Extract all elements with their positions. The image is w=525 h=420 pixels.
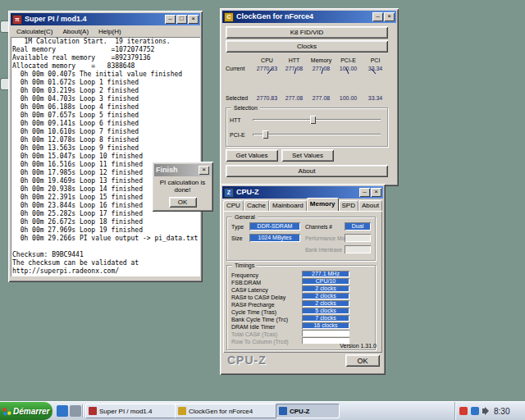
close-icon[interactable] [188,15,199,24]
system-tray: 8:30 [454,402,525,420]
timings-group-label: Timings [232,262,257,269]
pcie-slider-thumb[interactable] [262,130,268,139]
htt-slider[interactable] [253,115,381,125]
close-icon[interactable] [384,12,395,21]
bank-interleave-value [345,245,371,253]
timing-label: CAS# Latency [231,286,268,294]
taskbar-button-superpi[interactable]: Super PI / mod1.4 [85,404,179,418]
current-row: Current 2770.83 277.08 277.08 100.00 33.… [226,66,393,71]
close-icon[interactable] [371,188,381,197]
quick-launch-icon-1[interactable] [57,405,68,417]
column-pcie: PCI-E [335,57,362,63]
timing-label: FSB:DRAM [231,279,261,286]
output-line: The checksum can be validated at [12,259,199,267]
quick-launch-icon-2[interactable] [70,405,81,417]
performance-mode-label: Performance Mode [305,235,350,242]
desktop: π Super PI / mod1.4 Calculate(C) About(A… [0,0,525,420]
output-line: 0h 00m 09.141s Loop 6 finished [12,120,199,128]
tray-icon-red[interactable] [459,407,468,415]
output-line: 0h 00m 01.672s Loop 1 finished [12,79,199,87]
clocks-button[interactable]: Clocks [226,40,388,52]
channels-label: Channels # [305,223,332,231]
timing-value: CPU/10 [302,278,349,285]
finish-message: PI calculation is done! [158,179,208,194]
cpuz-title: CPU-Z [236,186,359,199]
menu-help[interactable]: Help(H) [94,27,126,36]
taskbar-button-cpuz[interactable]: CPU-Z [276,404,340,418]
minimize-icon[interactable] [372,12,383,21]
start-button[interactable]: Démarrer [0,402,52,420]
size-label: Size [231,235,243,242]
timing-value [302,330,349,336]
superpi-titlebar[interactable]: π Super PI / mod1.4 [11,13,200,25]
finish-ok-button[interactable]: OK [169,197,197,208]
output-line: 0h 00m 29.266s PI value output -> pi_dat… [12,235,199,243]
timing-value: 16 clocks [302,322,349,329]
output-line: 0h 00m 13.563s Loop 9 finished [12,144,199,153]
clockgen-title: ClockGen for nForce4 [236,11,372,23]
tab-mainboard[interactable]: Mainboard [269,200,307,211]
superpi-app-icon: π [12,15,22,25]
clockgen-app-icon: C [224,12,234,22]
set-values-button[interactable]: Set Values [281,149,334,162]
timing-label: RAS# Precharge [231,301,275,308]
type-label: Type [231,223,244,231]
timing-label: RAS# to CAS# Delay [231,294,285,301]
output-line: 0h 00m 10.610s Loop 7 finished [12,128,199,136]
output-line: Real memory =1072074752 [12,46,199,54]
output-line: 0h 00m 26.672s Loop 18 finished [12,218,199,226]
k8-fid-vid-button[interactable]: K8 FID/VID [226,26,388,39]
superpi-output: 1M Calculation Start. 19 iterations. Rea… [11,37,200,276]
tab-memory[interactable]: Memory [307,198,339,211]
tab-spd[interactable]: SPD [339,200,358,211]
tab-about[interactable]: About [358,200,382,211]
channels-value: Dual [345,222,371,231]
about-button[interactable]: About [226,165,388,177]
output-line: 0h 00m 15.047s Loop 10 finished [12,153,199,161]
superpi-window: π Super PI / mod1.4 Calculate(C) About(A… [8,11,203,282]
cpuz-titlebar[interactable]: Z CPU-Z [222,186,383,199]
close-icon[interactable] [199,166,209,175]
minimize-icon[interactable] [165,15,176,24]
clockgen-taskbar-icon [178,407,186,415]
version-text: Version 1.31.0 [340,343,377,349]
output-line [12,243,199,251]
output-line: 0h 00m 07.657s Loop 5 finished [12,112,199,120]
get-values-button[interactable]: Get Values [226,149,278,162]
menu-calculate[interactable]: Calculate(C) [12,27,57,36]
htt-slider-thumb[interactable] [310,116,316,124]
timing-value: 5 clocks [302,308,349,314]
windows-flag-icon [2,407,11,415]
current-pcie: 100.00 [335,66,362,71]
cpuz-ok-button[interactable]: OK [345,354,380,367]
tab-cpu[interactable]: CPU [223,200,244,211]
finish-titlebar[interactable]: Finish [154,164,211,176]
taskbar-button-label: Super PI / mod1.4 [99,408,152,415]
output-line: http://superpi.radeonx.com/ [12,267,199,276]
selected-label: Selected [226,95,253,101]
superpi-menubar: Calculate(C) About(A) Help(H) [11,25,200,37]
tab-cache[interactable]: Cache [244,200,269,211]
timing-value: 277.1 MHz [302,271,349,277]
clockgen-titlebar[interactable]: C ClockGen for nForce4 [222,11,396,23]
selected-pci: 33.34 [362,95,389,101]
finish-title: Finish [156,164,199,176]
selected-memory: 277.08 [308,95,335,101]
output-line: 0h 00m 12.078s Loop 8 finished [12,136,199,144]
maximize-icon[interactable] [176,15,187,24]
pcie-slider[interactable] [253,130,381,139]
volume-icon[interactable] [482,409,486,413]
taskbar-button-clockgen[interactable]: ClockGen for nForce4 [175,404,280,418]
selection-group-label: Selection [231,104,260,112]
minimize-icon[interactable] [359,188,370,197]
menu-about[interactable]: About(A) [58,27,93,36]
clockgen-window: C ClockGen for nForce4 K8 FID/VID Clocks… [220,8,399,186]
timing-value: 2 clocks [302,285,349,292]
tray-icon-blue[interactable] [471,407,479,415]
cpuz-tabs: CPU Cache Mainboard Memory SPD About [223,199,382,211]
cpuz-app-icon: Z [224,188,234,198]
superpi-title: Super PI / mod1.4 [25,13,165,25]
output-line: 0h 00m 04.703s Loop 3 finished [12,95,199,103]
selected-pcie: 100.00 [335,95,362,101]
timing-label: Bank Cycle Time (Trc) [231,316,288,323]
